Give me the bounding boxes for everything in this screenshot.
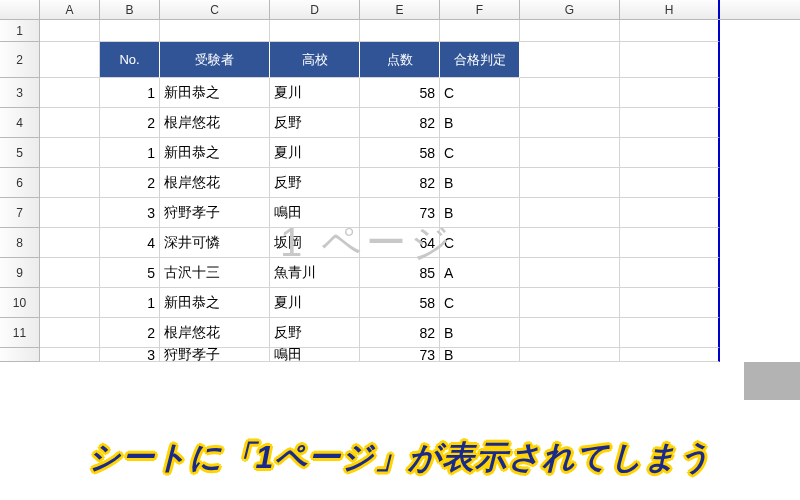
row-header-4[interactable]: 4: [0, 108, 40, 138]
cell[interactable]: [40, 258, 100, 288]
cell-score[interactable]: 82: [360, 108, 440, 138]
cell[interactable]: [360, 20, 440, 42]
cell[interactable]: [620, 198, 720, 228]
cell[interactable]: [440, 20, 520, 42]
cell[interactable]: [520, 228, 620, 258]
cell[interactable]: [520, 42, 620, 78]
row-header-3[interactable]: 3: [0, 78, 40, 108]
row-header-2[interactable]: 2: [0, 42, 40, 78]
spreadsheet-grid[interactable]: A B C D E F G H 1 2 No. 受験者 高校: [0, 0, 800, 362]
select-all-corner[interactable]: [0, 0, 40, 19]
cell-examinee[interactable]: 新田恭之: [160, 138, 270, 168]
row-header-9[interactable]: 9: [0, 258, 40, 288]
cell-no[interactable]: 1: [100, 138, 160, 168]
row-header-5[interactable]: 5: [0, 138, 40, 168]
col-header-B[interactable]: B: [100, 0, 160, 19]
col-header-D[interactable]: D: [270, 0, 360, 19]
cell-examinee[interactable]: 新田恭之: [160, 78, 270, 108]
cell[interactable]: [520, 20, 620, 42]
row-header-10[interactable]: 10: [0, 288, 40, 318]
cell[interactable]: [520, 288, 620, 318]
cell[interactable]: [40, 288, 100, 318]
cell-school[interactable]: 夏川: [270, 138, 360, 168]
cell[interactable]: [620, 108, 720, 138]
cell[interactable]: [520, 108, 620, 138]
th-examinee[interactable]: 受験者: [160, 42, 270, 78]
col-header-A[interactable]: A: [40, 0, 100, 19]
cell[interactable]: [620, 20, 720, 42]
cell[interactable]: [40, 108, 100, 138]
cell[interactable]: [270, 20, 360, 42]
cell-examinee[interactable]: 新田恭之: [160, 288, 270, 318]
cell-examinee[interactable]: 狩野孝子: [160, 198, 270, 228]
row-header-12[interactable]: [0, 348, 40, 362]
cell-school[interactable]: 鳴田: [270, 348, 360, 362]
cell[interactable]: [520, 318, 620, 348]
cell[interactable]: [520, 138, 620, 168]
cell[interactable]: [40, 318, 100, 348]
cell[interactable]: [620, 318, 720, 348]
col-header-G[interactable]: G: [520, 0, 620, 19]
th-score[interactable]: 点数: [360, 42, 440, 78]
cell-school[interactable]: 坂岡: [270, 228, 360, 258]
cell-result[interactable]: C: [440, 288, 520, 318]
cell-school[interactable]: 反野: [270, 168, 360, 198]
cell-result[interactable]: C: [440, 138, 520, 168]
cell-score[interactable]: 73: [360, 348, 440, 362]
cell-result[interactable]: A: [440, 258, 520, 288]
cell-no[interactable]: 4: [100, 228, 160, 258]
cell-school[interactable]: 夏川: [270, 288, 360, 318]
cell-result[interactable]: B: [440, 168, 520, 198]
cell-score[interactable]: 64: [360, 228, 440, 258]
cell[interactable]: [520, 78, 620, 108]
row-header-6[interactable]: 6: [0, 168, 40, 198]
cell[interactable]: [620, 348, 720, 362]
cell[interactable]: [40, 198, 100, 228]
cell-result[interactable]: B: [440, 198, 520, 228]
row-header-11[interactable]: 11: [0, 318, 40, 348]
row-header-1[interactable]: 1: [0, 20, 40, 42]
row-header-7[interactable]: 7: [0, 198, 40, 228]
cell-result[interactable]: C: [440, 78, 520, 108]
cell[interactable]: [40, 168, 100, 198]
cell-score[interactable]: 82: [360, 168, 440, 198]
col-header-C[interactable]: C: [160, 0, 270, 19]
cell-result[interactable]: C: [440, 228, 520, 258]
cell[interactable]: [40, 42, 100, 78]
cell[interactable]: [40, 228, 100, 258]
cell-school[interactable]: 魚青川: [270, 258, 360, 288]
cell-examinee[interactable]: 古沢十三: [160, 258, 270, 288]
cell[interactable]: [520, 348, 620, 362]
cell[interactable]: [100, 20, 160, 42]
cell[interactable]: [620, 288, 720, 318]
cell[interactable]: [40, 138, 100, 168]
th-school[interactable]: 高校: [270, 42, 360, 78]
cell-school[interactable]: 夏川: [270, 78, 360, 108]
cell[interactable]: [40, 20, 100, 42]
cell-no[interactable]: 1: [100, 78, 160, 108]
cell-no[interactable]: 2: [100, 318, 160, 348]
cell-no[interactable]: 1: [100, 288, 160, 318]
col-header-F[interactable]: F: [440, 0, 520, 19]
cell[interactable]: [620, 138, 720, 168]
col-header-E[interactable]: E: [360, 0, 440, 19]
cell-no[interactable]: 2: [100, 108, 160, 138]
th-no[interactable]: No.: [100, 42, 160, 78]
cell[interactable]: [620, 78, 720, 108]
cell[interactable]: [40, 348, 100, 362]
cell-score[interactable]: 73: [360, 198, 440, 228]
cell-examinee[interactable]: 狩野孝子: [160, 348, 270, 362]
col-header-H[interactable]: H: [620, 0, 720, 19]
cell-examinee[interactable]: 根岸悠花: [160, 318, 270, 348]
cell-result[interactable]: B: [440, 318, 520, 348]
cell[interactable]: [620, 228, 720, 258]
row-header-8[interactable]: 8: [0, 228, 40, 258]
cell[interactable]: [620, 168, 720, 198]
cell[interactable]: [40, 78, 100, 108]
cell[interactable]: [520, 168, 620, 198]
cell-examinee[interactable]: 根岸悠花: [160, 168, 270, 198]
cell-examinee[interactable]: 深井可憐: [160, 228, 270, 258]
cell-result[interactable]: B: [440, 108, 520, 138]
cell-school[interactable]: 鳴田: [270, 198, 360, 228]
cell-no[interactable]: 3: [100, 198, 160, 228]
